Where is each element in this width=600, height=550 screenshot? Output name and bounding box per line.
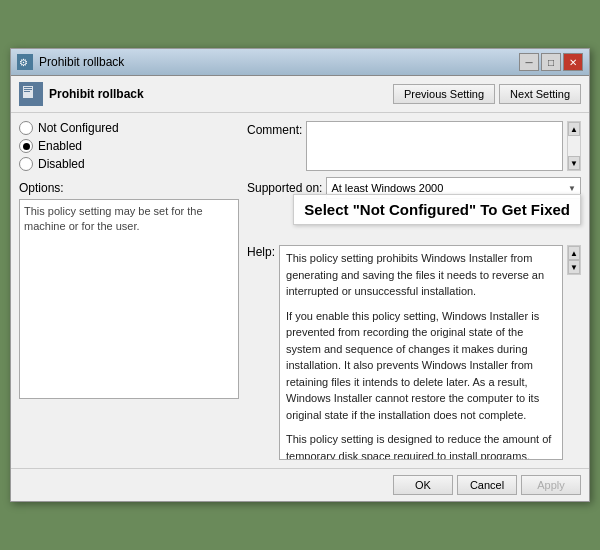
comment-scrollbar[interactable]: ▲ ▼ <box>567 121 581 171</box>
toolbar-left: Prohibit rollback <box>19 82 144 106</box>
svg-rect-6 <box>24 91 30 92</box>
help-scroll-up[interactable]: ▲ <box>568 246 580 260</box>
not-configured-label: Not Configured <box>38 121 119 135</box>
dropdown-arrow-icon: ▼ <box>568 184 576 193</box>
main-window: ⚙ Prohibit rollback ─ □ ✕ Prohibit ro <box>10 48 590 502</box>
enabled-option[interactable]: Enabled <box>19 139 239 153</box>
scroll-down-arrow[interactable]: ▼ <box>568 156 580 170</box>
title-controls: ─ □ ✕ <box>519 53 583 71</box>
help-para-2: If you enable this policy setting, Windo… <box>286 308 556 424</box>
disabled-label: Disabled <box>38 157 85 171</box>
supported-label: Supported on: <box>247 181 322 195</box>
comment-input[interactable] <box>306 121 563 171</box>
close-button[interactable]: ✕ <box>563 53 583 71</box>
tooltip-text: Select "Not Configured" To Get Fixed <box>304 201 570 218</box>
toolbar: Prohibit rollback Previous Setting Next … <box>11 76 589 113</box>
scroll-up-arrow[interactable]: ▲ <box>568 122 580 136</box>
not-configured-option[interactable]: Not Configured <box>19 121 239 135</box>
main-content: Not Configured Enabled Disabled Options:… <box>11 113 589 468</box>
help-para-3: This policy setting is designed to reduc… <box>286 431 556 460</box>
supported-value: At least Windows 2000 <box>331 182 443 194</box>
ok-button[interactable]: OK <box>393 475 453 495</box>
right-panel: Comment: ▲ ▼ Supported on: At least Wind… <box>247 121 581 460</box>
window-title: Prohibit rollback <box>39 55 124 69</box>
prev-setting-button[interactable]: Previous Setting <box>393 84 495 104</box>
minimize-button[interactable]: ─ <box>519 53 539 71</box>
bottom-bar: OK Cancel Apply <box>11 468 589 501</box>
svg-text:⚙: ⚙ <box>19 57 28 68</box>
tooltip-box: Select "Not Configured" To Get Fixed <box>293 194 581 225</box>
toolbar-buttons: Previous Setting Next Setting <box>393 84 581 104</box>
title-bar: ⚙ Prohibit rollback ─ □ ✕ <box>11 49 589 76</box>
svg-rect-5 <box>24 89 32 90</box>
left-panel: Not Configured Enabled Disabled Options:… <box>19 121 239 460</box>
window-icon: ⚙ <box>17 54 33 70</box>
enabled-label: Enabled <box>38 139 82 153</box>
help-box: This policy setting prohibits Windows In… <box>279 245 563 460</box>
options-box: This policy setting may be set for the m… <box>19 199 239 399</box>
help-label: Help: <box>247 245 275 259</box>
svg-rect-4 <box>24 87 32 88</box>
help-para-1: This policy setting prohibits Windows In… <box>286 250 556 300</box>
maximize-button[interactable]: □ <box>541 53 561 71</box>
comment-label: Comment: <box>247 123 302 171</box>
next-setting-button[interactable]: Next Setting <box>499 84 581 104</box>
apply-button[interactable]: Apply <box>521 475 581 495</box>
scroll-track <box>568 136 580 156</box>
options-label: Options: <box>19 181 239 195</box>
not-configured-radio[interactable] <box>19 121 33 135</box>
options-text: This policy setting may be set for the m… <box>24 205 203 232</box>
help-scrollbar[interactable]: ▲ ▼ <box>567 245 581 275</box>
help-text: This policy setting prohibits Windows In… <box>286 250 556 460</box>
policy-name: Prohibit rollback <box>49 87 144 101</box>
help-scroll-down[interactable]: ▼ <box>568 260 580 274</box>
disabled-option[interactable]: Disabled <box>19 157 239 171</box>
options-section: Options: This policy setting may be set … <box>19 181 239 399</box>
help-section: Help: This policy setting prohibits Wind… <box>247 245 581 460</box>
enabled-radio[interactable] <box>19 139 33 153</box>
disabled-radio[interactable] <box>19 157 33 171</box>
comment-section: Comment: ▲ ▼ <box>247 121 581 171</box>
policy-icon <box>19 82 43 106</box>
cancel-button[interactable]: Cancel <box>457 475 517 495</box>
radio-group: Not Configured Enabled Disabled <box>19 121 239 171</box>
